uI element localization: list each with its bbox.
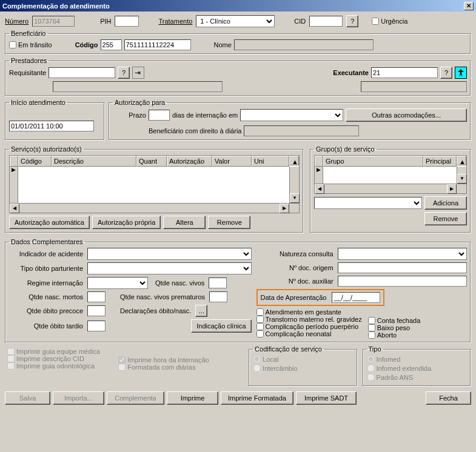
executante-help-button[interactable]: ?: [440, 67, 452, 79]
scroll-right-icon[interactable]: ▶: [447, 184, 457, 194]
decl-label: Declarações óbito/nasc.: [120, 307, 193, 314]
remove-servico-button[interactable]: Remove: [208, 216, 250, 229]
obito-tardio-input[interactable]: [87, 321, 106, 331]
guia-medica-checkbox: Imprimir guia equipe médica: [7, 348, 100, 355]
grupos-group: Grupo(s) de serviço Grupo Principal ▲ ▶ …: [310, 145, 471, 233]
scroll-up-icon[interactable]: ▲: [289, 156, 299, 165]
col-quant[interactable]: Quant: [136, 156, 167, 167]
altera-button[interactable]: Altera: [163, 216, 206, 229]
inicio-group: Início atendimento: [5, 99, 105, 141]
data-apres-label: Data de Apresentação: [261, 294, 329, 301]
codigo2-input[interactable]: [124, 39, 191, 50]
inicio-input[interactable]: [9, 121, 94, 131]
cid-input[interactable]: [309, 16, 343, 27]
guia-odonto-checkbox: Imprime guia odontológica: [7, 362, 100, 370]
tratamento-label: Tratamento: [158, 18, 192, 25]
prematuros-input[interactable]: [209, 291, 227, 302]
pih-input[interactable]: [115, 16, 139, 27]
scroll-right-icon[interactable]: ▶: [280, 204, 289, 213]
indicador-select[interactable]: [87, 248, 252, 260]
intercambio-radio: Intercâmbio: [253, 364, 353, 372]
autorizacao-group: Autorização para Prazo dias de internaçã…: [109, 99, 471, 141]
decl-button[interactable]: ...: [195, 305, 207, 317]
autorizacao-legend: Autorização para: [113, 99, 167, 106]
indicacao-clinica-button[interactable]: Indicação clínica: [191, 319, 251, 333]
regime-label: Regime internação: [9, 279, 85, 287]
local-radio: Local: [253, 355, 353, 363]
conta-fechada-checkbox[interactable]: Conta fechada: [368, 317, 421, 324]
col-principal[interactable]: Principal: [423, 156, 457, 167]
nasc-mortos-label: Qtde nasc. mortos: [9, 293, 85, 301]
doc-aux-input[interactable]: [338, 276, 467, 287]
codigo1-input[interactable]: [101, 39, 122, 50]
fecha-button[interactable]: Fecha: [426, 391, 471, 405]
scroll-up-icon[interactable]: ▲: [457, 156, 466, 165]
window-title: Complementação do atendimento: [2, 2, 110, 10]
nasc-mortos-input[interactable]: [87, 291, 106, 302]
scroll-left-icon[interactable]: ◀: [315, 184, 324, 194]
regime-select[interactable]: [87, 277, 148, 289]
scrollbar-v[interactable]: ▼: [289, 167, 299, 203]
scrollbar-h[interactable]: ◀ ▶: [315, 184, 466, 193]
row-marker: ▶: [315, 167, 323, 184]
doc-origem-input[interactable]: [338, 262, 467, 273]
scroll-left-icon[interactable]: ◀: [10, 204, 19, 213]
inicio-legend: Início atendimento: [9, 99, 67, 106]
data-apres-input[interactable]: [332, 292, 380, 303]
col-grupo[interactable]: Grupo: [323, 156, 423, 167]
col-descricao[interactable]: Descrição: [52, 156, 136, 167]
requisitante-input[interactable]: [49, 67, 115, 78]
autorizacao-propria-button[interactable]: Autorização própria: [92, 216, 161, 229]
prazo-input[interactable]: [149, 110, 170, 121]
scroll-down-icon[interactable]: ▼: [457, 174, 467, 184]
transtorno-checkbox[interactable]: Transtorno materno rel. gravidez: [256, 316, 362, 323]
remove-grupo-button[interactable]: Remove: [424, 212, 467, 225]
requisitante-exit-icon[interactable]: [132, 67, 144, 79]
obito-precoce-input[interactable]: [87, 305, 106, 316]
tipo-obito-select[interactable]: [87, 262, 252, 274]
servicos-grid[interactable]: Código Descrição Quant Autorização Valor…: [9, 155, 300, 213]
requisitante-help-button[interactable]: ?: [118, 67, 130, 79]
baixo-peso-checkbox[interactable]: Baixo peso: [368, 324, 421, 331]
imprime-sadt-button[interactable]: Imprime SADT: [296, 391, 357, 405]
scroll-down-icon[interactable]: ▼: [290, 193, 300, 203]
doc-aux-label: Nº doc. auxiliar: [256, 278, 335, 285]
col-valor[interactable]: Valor: [212, 156, 252, 167]
codigo-label: Código: [75, 41, 98, 48]
tratamento-select[interactable]: 1 - Clínico: [196, 15, 275, 27]
acomodacao-select[interactable]: [240, 109, 343, 121]
gestante-checkbox[interactable]: Atendimento em gestante: [256, 308, 362, 316]
nome-input: [234, 39, 374, 50]
col-autorizacao[interactable]: Autorização: [167, 156, 212, 167]
complementa-button: Complementa: [107, 391, 164, 405]
outras-acomodacoes-button[interactable]: Outras acomodações...: [346, 108, 467, 122]
imprime-button[interactable]: Imprime: [167, 391, 218, 405]
grupo-combo[interactable]: [314, 197, 422, 209]
servicos-grid-body[interactable]: ▶ ▼: [10, 167, 299, 203]
col-uni[interactable]: Uni: [252, 156, 289, 167]
col-codigo[interactable]: Código: [18, 156, 52, 167]
grupos-grid-body[interactable]: ▶ ▼: [315, 167, 466, 184]
natureza-select[interactable]: [338, 248, 467, 260]
transito-checkbox[interactable]: Em trânsito: [9, 41, 52, 48]
close-icon[interactable]: ✕: [464, 2, 474, 10]
scrollbar-v[interactable]: ▼: [457, 167, 466, 184]
puerperio-checkbox[interactable]: Complicação período puerpério: [256, 323, 362, 330]
executante-input[interactable]: [371, 67, 438, 78]
prestadores-group: Prestadores Requisitante ? Executante ?: [5, 57, 471, 96]
neonatal-checkbox[interactable]: Complicação neonatal: [256, 330, 362, 337]
executante-person-icon[interactable]: [455, 67, 467, 79]
aborto-checkbox[interactable]: Aborto: [368, 331, 421, 339]
nome-label: Nome: [214, 41, 232, 48]
grupos-grid[interactable]: Grupo Principal ▲ ▶ ▼ ◀ ▶: [314, 155, 467, 194]
executante-label: Executante: [333, 69, 369, 76]
cid-help-button[interactable]: ?: [346, 15, 358, 27]
adiciona-grupo-button[interactable]: Adiciona: [424, 196, 467, 210]
urgencia-checkbox[interactable]: Urgência: [372, 18, 407, 25]
imprime-formatada-button[interactable]: Imprime Formatada: [221, 391, 293, 405]
nasc-vivos-input[interactable]: [209, 278, 227, 288]
natureza-label: Natureza consulta: [256, 250, 335, 258]
scrollbar-h[interactable]: ◀ ▶: [10, 203, 299, 213]
autorizacao-auto-button[interactable]: Autorização automática: [9, 216, 90, 229]
row-marker-header: [315, 156, 323, 167]
